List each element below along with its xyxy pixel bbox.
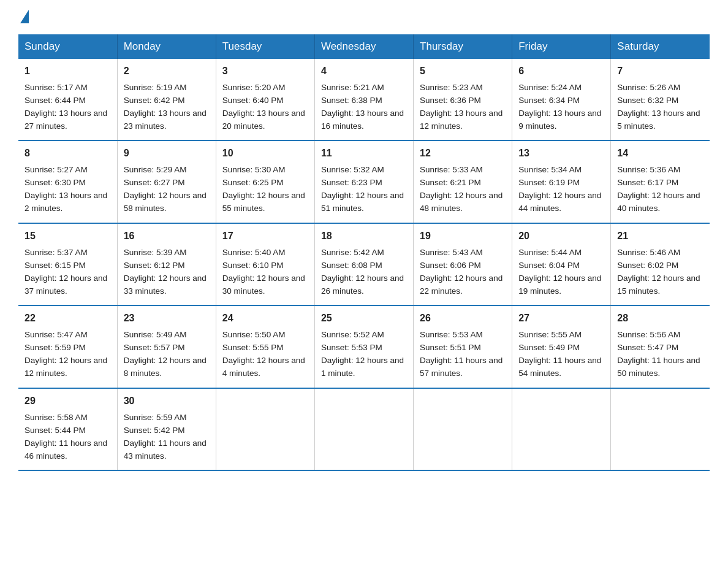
calendar-cell: 22Sunrise: 5:47 AMSunset: 5:59 PMDayligh… — [18, 305, 117, 388]
day-number: 16 — [124, 229, 210, 244]
sunrise-text: Sunrise: 5:58 AM — [25, 413, 88, 422]
header-monday: Monday — [117, 34, 216, 59]
calendar-week-row: 29Sunrise: 5:58 AMSunset: 5:44 PMDayligh… — [18, 388, 710, 470]
daylight-text: Daylight: 12 hours and 12 minutes. — [25, 356, 107, 378]
sunrise-text: Sunrise: 5:29 AM — [124, 165, 187, 174]
daylight-text: Daylight: 12 hours and 1 minute. — [321, 356, 404, 378]
daylight-text: Daylight: 12 hours and 48 minutes. — [420, 191, 502, 213]
calendar-cell: 14Sunrise: 5:36 AMSunset: 6:17 PMDayligh… — [611, 140, 710, 223]
daylight-text: Daylight: 11 hours and 50 minutes. — [617, 356, 700, 378]
daylight-text: Daylight: 11 hours and 46 minutes. — [25, 439, 107, 461]
sunrise-text: Sunrise: 5:42 AM — [321, 248, 384, 257]
day-number: 25 — [321, 311, 407, 326]
sunrise-text: Sunrise: 5:26 AM — [617, 83, 680, 92]
calendar-cell: 18Sunrise: 5:42 AMSunset: 6:08 PMDayligh… — [314, 223, 413, 305]
calendar-cell: 16Sunrise: 5:39 AMSunset: 6:12 PMDayligh… — [117, 223, 216, 305]
calendar-cell: 3Sunrise: 5:20 AMSunset: 6:40 PMDaylight… — [216, 59, 314, 140]
calendar-cell: 9Sunrise: 5:29 AMSunset: 6:27 PMDaylight… — [117, 140, 216, 223]
day-number: 14 — [617, 146, 703, 161]
day-number: 28 — [617, 311, 703, 326]
sunset-text: Sunset: 6:34 PM — [518, 96, 580, 105]
sunset-text: Sunset: 5:44 PM — [25, 426, 86, 435]
sunrise-text: Sunrise: 5:49 AM — [124, 330, 187, 339]
day-number: 15 — [25, 229, 111, 244]
calendar-cell: 5Sunrise: 5:23 AMSunset: 6:36 PMDaylight… — [414, 59, 512, 140]
sunset-text: Sunset: 5:47 PM — [617, 343, 678, 352]
sunset-text: Sunset: 6:32 PM — [617, 96, 678, 105]
day-number: 29 — [25, 394, 111, 409]
daylight-text: Daylight: 12 hours and 15 minutes. — [617, 274, 700, 296]
sunset-text: Sunset: 6:25 PM — [222, 178, 284, 187]
daylight-text: Daylight: 13 hours and 2 minutes. — [25, 191, 107, 213]
daylight-text: Daylight: 12 hours and 33 minutes. — [124, 274, 207, 296]
day-number: 4 — [321, 64, 407, 79]
sunrise-text: Sunrise: 5:30 AM — [222, 165, 286, 174]
calendar-week-row: 15Sunrise: 5:37 AMSunset: 6:15 PMDayligh… — [18, 223, 710, 305]
calendar-cell: 10Sunrise: 5:30 AMSunset: 6:25 PMDayligh… — [216, 140, 314, 223]
day-number: 24 — [222, 311, 308, 326]
day-number: 3 — [222, 64, 308, 79]
calendar-cell — [414, 388, 512, 470]
sunset-text: Sunset: 6:42 PM — [124, 96, 185, 105]
day-number: 6 — [518, 64, 604, 79]
sunrise-text: Sunrise: 5:33 AM — [420, 165, 483, 174]
header-thursday: Thursday — [414, 34, 512, 59]
header-saturday: Saturday — [611, 34, 710, 59]
sunset-text: Sunset: 6:40 PM — [222, 96, 284, 105]
day-number: 30 — [124, 394, 210, 409]
calendar-cell: 23Sunrise: 5:49 AMSunset: 5:57 PMDayligh… — [117, 305, 216, 388]
calendar-cell: 26Sunrise: 5:53 AMSunset: 5:51 PMDayligh… — [414, 305, 512, 388]
sunset-text: Sunset: 5:57 PM — [124, 343, 185, 352]
sunset-text: Sunset: 6:15 PM — [25, 261, 86, 270]
sunset-text: Sunset: 6:36 PM — [420, 96, 481, 105]
calendar-cell: 4Sunrise: 5:21 AMSunset: 6:38 PMDaylight… — [314, 59, 413, 140]
daylight-text: Daylight: 13 hours and 27 minutes. — [25, 109, 107, 131]
day-number: 11 — [321, 146, 407, 161]
sunrise-text: Sunrise: 5:47 AM — [25, 330, 88, 339]
calendar-week-row: 22Sunrise: 5:47 AMSunset: 5:59 PMDayligh… — [18, 305, 710, 388]
sunrise-text: Sunrise: 5:32 AM — [321, 165, 384, 174]
day-number: 13 — [518, 146, 604, 161]
sunset-text: Sunset: 6:12 PM — [124, 261, 185, 270]
day-number: 17 — [222, 229, 308, 244]
sunset-text: Sunset: 6:30 PM — [25, 178, 86, 187]
page-header — [18, 12, 710, 23]
sunrise-text: Sunrise: 5:37 AM — [25, 248, 88, 257]
sunrise-text: Sunrise: 5:43 AM — [420, 248, 483, 257]
calendar-table: SundayMondayTuesdayWednesdayThursdayFrid… — [18, 34, 710, 471]
sunrise-text: Sunrise: 5:23 AM — [420, 83, 483, 92]
header-tuesday: Tuesday — [216, 34, 314, 59]
sunrise-text: Sunrise: 5:53 AM — [420, 330, 483, 339]
calendar-cell — [314, 388, 413, 470]
sunrise-text: Sunrise: 5:17 AM — [25, 83, 88, 92]
day-number: 26 — [420, 311, 506, 326]
calendar-cell: 29Sunrise: 5:58 AMSunset: 5:44 PMDayligh… — [18, 388, 117, 470]
sunrise-text: Sunrise: 5:56 AM — [617, 330, 680, 339]
calendar-cell: 1Sunrise: 5:17 AMSunset: 6:44 PMDaylight… — [18, 59, 117, 140]
daylight-text: Daylight: 13 hours and 23 minutes. — [124, 109, 207, 131]
calendar-cell: 12Sunrise: 5:33 AMSunset: 6:21 PMDayligh… — [414, 140, 512, 223]
calendar-cell: 25Sunrise: 5:52 AMSunset: 5:53 PMDayligh… — [314, 305, 413, 388]
sunset-text: Sunset: 6:17 PM — [617, 178, 678, 187]
sunrise-text: Sunrise: 5:27 AM — [25, 165, 88, 174]
day-number: 1 — [25, 64, 111, 79]
sunrise-text: Sunrise: 5:40 AM — [222, 248, 286, 257]
daylight-text: Daylight: 12 hours and 37 minutes. — [25, 274, 107, 296]
logo — [18, 12, 31, 23]
sunrise-text: Sunrise: 5:36 AM — [617, 165, 680, 174]
sunset-text: Sunset: 6:38 PM — [321, 96, 382, 105]
calendar-cell: 6Sunrise: 5:24 AMSunset: 6:34 PMDaylight… — [512, 59, 611, 140]
calendar-week-row: 1Sunrise: 5:17 AMSunset: 6:44 PMDaylight… — [18, 59, 710, 140]
calendar-cell: 28Sunrise: 5:56 AMSunset: 5:47 PMDayligh… — [611, 305, 710, 388]
daylight-text: Daylight: 12 hours and 55 minutes. — [222, 191, 305, 213]
calendar-cell: 11Sunrise: 5:32 AMSunset: 6:23 PMDayligh… — [314, 140, 413, 223]
calendar-cell: 8Sunrise: 5:27 AMSunset: 6:30 PMDaylight… — [18, 140, 117, 223]
day-number: 23 — [124, 311, 210, 326]
day-number: 7 — [617, 64, 703, 79]
day-number: 8 — [25, 146, 111, 161]
day-number: 20 — [518, 229, 604, 244]
sunrise-text: Sunrise: 5:39 AM — [124, 248, 187, 257]
daylight-text: Daylight: 11 hours and 43 minutes. — [124, 439, 207, 461]
logo-triangle-icon — [20, 10, 29, 23]
sunset-text: Sunset: 5:55 PM — [222, 343, 284, 352]
